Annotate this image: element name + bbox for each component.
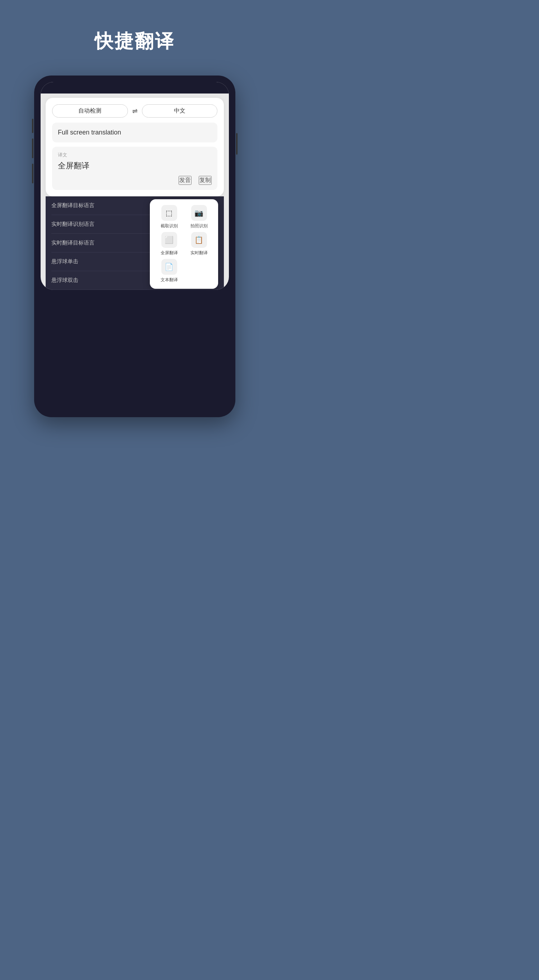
quick-action-realtime[interactable]: 📋 实时翻译 — [185, 232, 212, 256]
result-text: 全屏翻译 — [58, 161, 212, 172]
camera-icon: 📷 — [191, 205, 207, 221]
quick-action-fullscreen[interactable]: ⬜ 全屏翻译 — [155, 232, 182, 256]
language-row: 自动检测 ⇌ 中文 — [52, 104, 217, 118]
quick-action-crop[interactable]: ⬚ 截取识别 — [155, 205, 182, 229]
setting-label-fullscreen-target: 全屏翻译目标语言 — [51, 202, 95, 209]
phone-screen: 自动检测 ⇌ 中文 Full screen translation 译文 全屏翻… — [41, 82, 229, 290]
setting-label-float-single: 悬浮球单击 — [51, 258, 78, 265]
result-actions: 发音 复制 — [58, 176, 212, 185]
setting-label-float-double: 悬浮球双击 — [51, 277, 78, 284]
quick-action-crop-label: 截取识别 — [161, 223, 178, 229]
input-text: Full screen translation — [58, 128, 212, 137]
quick-action-realtime-label: 实时翻译 — [190, 250, 208, 256]
fullscreen-icon: ⬜ — [161, 232, 177, 248]
quick-action-text-label: 文本翻译 — [161, 277, 178, 283]
setting-label-realtime-source: 实时翻译识别语言 — [51, 221, 95, 228]
copy-button[interactable]: 复制 — [199, 176, 212, 185]
result-label: 译文 — [58, 152, 212, 158]
quick-action-camera[interactable]: 📷 拍照识别 — [185, 205, 212, 229]
phone-left-button-2 — [32, 138, 33, 158]
realtime-icon: 📋 — [191, 232, 207, 248]
setting-label-realtime-target: 实时翻译目标语言 — [51, 240, 95, 247]
phone-right-button — [236, 133, 238, 154]
text-icon: 📄 — [161, 259, 177, 275]
quick-action-camera-label: 拍照识别 — [190, 223, 208, 229]
result-box: 译文 全屏翻译 发音 复制 — [52, 147, 217, 190]
notch-cutout — [120, 84, 149, 91]
source-language-button[interactable]: 自动检测 — [52, 104, 128, 118]
translation-card: 自动检测 ⇌ 中文 Full screen translation 译文 全屏翻… — [46, 98, 224, 196]
pronounce-button[interactable]: 发音 — [179, 176, 192, 185]
quick-action-text[interactable]: 📄 文本翻译 — [155, 259, 182, 283]
phone-left-button-3 — [32, 164, 33, 183]
phone-frame: 自动检测 ⇌ 中文 Full screen translation 译文 全屏翻… — [34, 76, 235, 417]
page-title: 快捷翻译 — [95, 29, 175, 54]
phone-notch — [41, 82, 229, 94]
crop-icon: ⬚ — [161, 205, 177, 221]
phone-left-button-1 — [32, 119, 33, 133]
target-language-button[interactable]: 中文 — [142, 104, 218, 118]
quick-action-fullscreen-label: 全屏翻译 — [161, 250, 178, 256]
quick-actions-popup: ⬚ 截取识别 📷 拍照识别 ⬜ 全屏翻译 📋 实时翻译 📄 文本翻译 — [150, 199, 218, 289]
input-box[interactable]: Full screen translation — [52, 123, 217, 142]
swap-languages-icon[interactable]: ⇌ — [128, 107, 142, 115]
settings-area: 全屏翻译目标语言 中文 > 实时翻译识别语言 实时翻译目标语言 悬浮球单击 悬浮… — [46, 196, 224, 290]
